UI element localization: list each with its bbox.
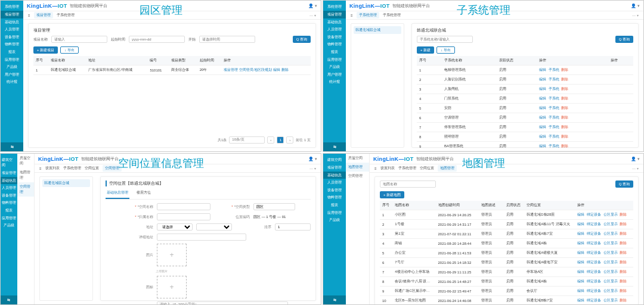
sidebar: 系统管理 项目管理 基础信息 人员管理 设备管理 物料管理 报表 应用管理 产品… — [1, 1, 23, 151]
table-row[interactable]: 9BA管理系统启用编辑 子系统 删除 — [417, 142, 633, 151]
table-row[interactable]: 8会议/健身/十八层 设备间2021-06-25 14:48:27管理员启用韩通… — [380, 277, 633, 287]
tree-panel: 韩通北域联合城 — [351, 23, 404, 148]
pagination: 共1条 10条/页 ‹ 1 › 前往 1 页 — [33, 134, 311, 144]
sidebar: 系统管理 项目管理 基础信息 人员管理 设备管理 物料管理 报表 应用管理 产品… — [323, 1, 346, 151]
subsystem-table: 序号子系统名称表联状态操作操作 1电梯管理系统启用编辑 子系统 删除2人脸识别系… — [417, 56, 633, 151]
map-table: 序号地图名称地图创建时间地图描述启用状态空间位置操作 1小区图2021-06-2… — [380, 201, 633, 304]
table-row[interactable]: 6空调管理启用编辑 子系统 删除 — [417, 113, 633, 123]
remark-field[interactable] — [157, 301, 288, 304]
table-row[interactable]: 10北区B—层东区地图2021-06-24 14:46:08管理员启用韩通北域B… — [380, 296, 633, 305]
map-search[interactable] — [380, 180, 436, 188]
type-select[interactable] — [253, 203, 295, 210]
tabs: 基础信息管理 楼层方位 — [106, 189, 311, 200]
add-button[interactable]: + 新建项目 — [33, 46, 58, 54]
sidebar-item[interactable]: 基础信息 — [1, 18, 23, 26]
brand-logo: KingLinK—IOT — [27, 3, 67, 9]
sidebar: 建筑空间 项目管理 基础信息 人员管理 设备管理 物料管理 报表 应用管理 产品… — [1, 154, 17, 304]
table-row[interactable]: 4商铺2021-08-20 14:28:44管理员启用韩通北域A栋编辑 绑定设备… — [380, 239, 633, 248]
sidebar-item[interactable]: 物料管理 — [1, 41, 23, 48]
upload-image[interactable]: + — [157, 244, 187, 266]
sidebar-item[interactable]: 统计报 — [1, 78, 23, 86]
upload-icon[interactable]: + — [157, 276, 187, 298]
close-tab-icon[interactable]: ⋯ ▾ — [309, 13, 316, 17]
sidebar-item[interactable]: 用户管理 — [1, 71, 23, 79]
breadcrumb: ≡ 项目管理 子系统管理 ⋯ ▾ — [23, 11, 321, 20]
table-row[interactable]: 1小区图2021-06-29 14:26:25管理员启用韩通北域D栋28层编辑 … — [380, 210, 633, 220]
secondary-sidebar: 房屋空间 地图管理 空间管理 — [17, 154, 35, 304]
secondary-sidebar: 房屋空间 地图管理 空间管理 — [346, 154, 370, 304]
pane-map-mgmt: 地图管理 建筑空间 项目管理 基础信息 人员管理 设备管理 物料管理 报表 应用… — [323, 153, 644, 305]
table-row[interactable]: 10消防监控启用编辑 子系统 删除 — [417, 151, 633, 152]
sort-field[interactable] — [275, 223, 311, 231]
table-row[interactable]: 8照明管理启用编辑 子系统 删除 — [417, 132, 633, 142]
table-row[interactable]: 4门禁系统启用编辑 子系统 删除 — [417, 94, 633, 104]
export-button[interactable]: ↓ 导出 — [60, 46, 79, 54]
tree-panel: 韩通北域联合城 — [39, 176, 93, 301]
table-row[interactable]: 1电梯管理系统启用编辑 子系统 删除 — [417, 66, 633, 75]
table-row[interactable]: 1韩通北域联合城广东省深圳市南山区/华南城510101商业综合体20年项目管理 … — [33, 66, 311, 75]
pane-park-mgmt: 园区管理 系统管理 项目管理 基础信息 人员管理 设备管理 物料管理 报表 应用… — [0, 0, 321, 152]
sidebar-toggle[interactable]: ⇆ — [1, 142, 23, 151]
table-row[interactable]: 3第1室2021-07-02 01:22:11管理员启用韩通北域A栋7室编辑 绑… — [380, 229, 633, 239]
start-input[interactable] — [199, 36, 255, 43]
table-row[interactable]: 3人脸闸机启用编辑 子系统 删除 — [417, 85, 633, 94]
card-title: 项目管理 — [33, 27, 311, 33]
next-page[interactable]: › — [286, 136, 293, 144]
table-row[interactable]: 67号厅2021-06-25 14:18:32管理员启用韩通北域A楼地下室编辑 … — [380, 258, 633, 267]
table-row[interactable]: 2人脸识别系统启用编辑 子系统 删除 — [417, 75, 633, 85]
prev-page[interactable]: ‹ — [267, 136, 274, 144]
date-input[interactable] — [129, 36, 185, 43]
parent-field[interactable] — [157, 213, 210, 220]
search-input[interactable] — [417, 36, 473, 43]
table-row[interactable]: 74楼活动中心上停车场2021-06-29 11:11:25管理员启用停车场A区… — [380, 267, 633, 277]
name-input[interactable] — [51, 36, 107, 43]
pane-subsystem-mgmt: 子系统管理 系统管理 项目管理 基础信息 人员管理 设备管理 物料管理 报表 应… — [323, 0, 644, 152]
sidebar-item[interactable]: 项目管理 — [1, 11, 23, 18]
project-table: 序号项目名称地址编号项目类型起始时间操作 1韩通北域联合城广东省深圳市南山区/华… — [33, 56, 311, 75]
topbar: KingLinK—IOT 智能建筑物联网平台 👤 ▾ — [23, 1, 321, 11]
addr-select[interactable]: 请选择 — [157, 223, 193, 231]
name-field[interactable] — [157, 203, 210, 210]
sidebar-item[interactable]: 报表 — [1, 48, 23, 56]
sidebar-item[interactable]: 人员管理 — [1, 26, 23, 33]
sidebar-item[interactable]: 设备管理 — [1, 33, 23, 41]
add-map-button[interactable]: + 新建地图 — [380, 191, 404, 198]
table-row[interactable]: 21号楼2021-06-29 14:31:17管理员启用韩通北域A栋11号 消毒… — [380, 220, 633, 229]
table-row[interactable]: 7停车管理系统启用编辑 子系统 删除 — [417, 123, 633, 132]
search-button[interactable]: Q 查询 — [293, 36, 311, 43]
sidebar-item[interactable]: 产品级 — [1, 63, 23, 71]
table-row[interactable]: 5安防启用编辑 子系统 删除 — [417, 104, 633, 113]
table-row[interactable]: 5办公室2021-06-28 11:41:53管理员启用韩通北域A裙楼大厦编辑 … — [380, 248, 633, 258]
filter-bar: 项目名称 起始时间 开始 Q 查询 — [33, 36, 311, 43]
sidebar: 建筑空间 项目管理 基础信息 人员管理 设备管理 物料管理 报表 应用管理 产品… — [323, 154, 346, 304]
table-row[interactable]: 9韩通广场C区展示中心图2021-06-22 15:49:47管理员启用会议厅编… — [380, 287, 633, 296]
user-menu[interactable]: 👤 ▾ — [308, 4, 317, 8]
sidebar-item[interactable]: 应用管理 — [1, 56, 23, 64]
pane-space-mgmt: 空间位置信息管理 建筑空间 项目管理 基础信息 人员管理 设备管理 物料管理 报… — [0, 153, 321, 305]
